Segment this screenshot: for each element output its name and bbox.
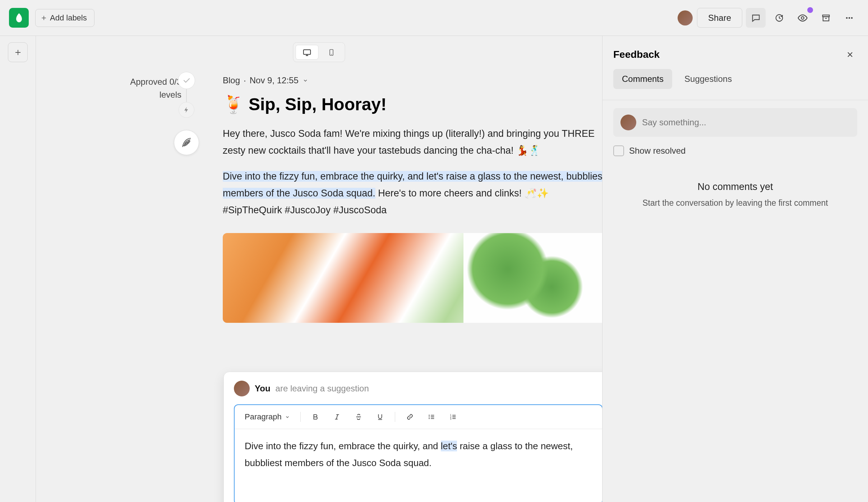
feather-icon[interactable]: [174, 130, 199, 155]
empty-title: No comments yet: [602, 181, 868, 192]
svg-point-12: [429, 418, 430, 419]
bullet-list-button[interactable]: [425, 410, 438, 424]
archive-icon: [821, 13, 831, 23]
doc-title: 🍹 Sip, Sip, Hooray!: [223, 94, 602, 115]
more-icon-button[interactable]: [839, 8, 859, 28]
approval-status: Approved 0/3 levels: [70, 75, 181, 101]
paragraph-2: Dive into the fizzy fun, embrace the qui…: [223, 168, 602, 219]
feedback-title: Feedback: [613, 49, 660, 60]
link-icon: [406, 413, 414, 421]
comments-icon-button[interactable]: [746, 8, 766, 28]
plus-icon: [14, 48, 22, 56]
svg-point-4: [846, 17, 848, 19]
italic-icon: [333, 413, 341, 421]
comment-input-container: [613, 108, 857, 137]
archive-icon-button[interactable]: [816, 8, 836, 28]
svg-text:3: 3: [450, 418, 452, 420]
doc-meta[interactable]: Blog · Nov 9, 12:55: [223, 75, 602, 85]
paragraph-1: Hey there, Jusco Soda fam! We're mixing …: [223, 125, 602, 159]
comment-avatar: [620, 115, 636, 130]
plus-icon: [41, 15, 47, 21]
close-icon: [846, 50, 854, 59]
lightning-icon[interactable]: [179, 102, 194, 118]
suggestion-avatar: [234, 381, 250, 396]
selected-word: let's: [441, 441, 457, 451]
suggestion-toolbar: Paragraph 123: [235, 405, 602, 429]
add-labels-button[interactable]: Add labels: [35, 9, 94, 27]
strikethrough-button[interactable]: [352, 410, 365, 424]
tab-suggestions[interactable]: Suggestions: [676, 69, 740, 89]
svg-point-5: [848, 17, 850, 19]
doc-category: Blog: [223, 75, 240, 85]
comment-input[interactable]: [642, 117, 850, 127]
monitor-icon: [302, 48, 311, 57]
link-button[interactable]: [403, 410, 417, 424]
suggestion-editor: Paragraph 123 Dive int: [234, 404, 602, 502]
svg-rect-7: [304, 50, 311, 54]
device-desktop[interactable]: [296, 45, 319, 60]
approval-line1: Approved 0/3: [70, 75, 181, 88]
chevron-down-icon: [302, 77, 309, 84]
svg-point-11: [429, 417, 430, 418]
eye-icon: [797, 13, 808, 23]
app-logo[interactable]: [9, 8, 29, 28]
tab-comments[interactable]: Comments: [613, 69, 672, 89]
notification-badge: [807, 7, 813, 13]
approval-check-icon[interactable]: [178, 72, 195, 89]
suggestion-you: You: [255, 384, 271, 394]
dots-icon: [844, 13, 854, 23]
show-resolved-label: Show resolved: [629, 146, 685, 156]
svg-point-10: [429, 415, 430, 416]
doc-body[interactable]: Hey there, Jusco Soda fam! We're mixing …: [223, 125, 602, 219]
add-block-button[interactable]: [8, 42, 28, 62]
editor-column: Approved 0/3 levels Blog ·: [36, 36, 602, 502]
approval-line2: levels: [70, 88, 181, 101]
phone-icon: [328, 48, 336, 57]
left-rail: [0, 36, 36, 502]
suggestion-popover: You are leaving a suggestion Paragraph: [223, 372, 602, 502]
underline-icon: [376, 413, 384, 421]
suggestion-subtitle: are leaving a suggestion: [276, 384, 369, 394]
indicator-rail: [174, 72, 199, 155]
suggestion-textarea[interactable]: Dive into the fizzy fun, embrace the qui…: [235, 429, 602, 502]
close-feedback-button[interactable]: [843, 47, 857, 62]
doc-date: Nov 9, 12:55: [250, 75, 299, 85]
svg-point-9: [331, 54, 332, 55]
chevron-down-icon: [285, 414, 290, 420]
strikethrough-icon: [355, 413, 363, 421]
preview-icon-button[interactable]: [793, 8, 812, 28]
device-toggle: [293, 42, 345, 62]
title-emoji: 🍹: [223, 94, 244, 115]
share-button[interactable]: Share: [697, 8, 742, 28]
show-resolved-checkbox[interactable]: [613, 145, 624, 156]
bold-button[interactable]: [309, 410, 322, 424]
format-dropdown[interactable]: Paragraph: [243, 412, 292, 422]
feedback-panel: Feedback Comments Suggestions Show resol…: [602, 36, 868, 502]
underline-button[interactable]: [373, 410, 387, 424]
numbered-list-icon: 123: [449, 413, 457, 421]
title-text: Sip, Sip, Hooray!: [249, 94, 387, 114]
document: Blog · Nov 9, 12:55 🍹 Sip, Sip, Hooray! …: [223, 75, 602, 323]
history-icon-button[interactable]: [769, 8, 789, 28]
topbar: Add labels Share: [0, 0, 868, 36]
bullet-list-icon: [428, 413, 435, 421]
svg-rect-3: [823, 17, 828, 21]
user-avatar[interactable]: [678, 10, 693, 25]
device-mobile[interactable]: [320, 45, 343, 60]
svg-point-6: [851, 17, 853, 19]
show-resolved-row: Show resolved: [613, 145, 857, 156]
suggestion-header: You are leaving a suggestion: [234, 381, 602, 396]
svg-point-1: [801, 17, 804, 19]
comment-icon: [751, 13, 761, 23]
clock-arrow-icon: [774, 13, 784, 23]
italic-button[interactable]: [330, 410, 344, 424]
feedback-tabs: Comments Suggestions: [602, 69, 868, 100]
doc-image[interactable]: [223, 233, 602, 323]
numbered-list-button[interactable]: 123: [446, 410, 460, 424]
feedback-header: Feedback: [602, 36, 868, 69]
empty-subtitle: Start the conversation by leaving the fi…: [602, 198, 868, 208]
empty-state: No comments yet Start the conversation b…: [602, 181, 868, 208]
add-labels-label: Add labels: [50, 13, 87, 23]
bold-icon: [311, 413, 319, 421]
